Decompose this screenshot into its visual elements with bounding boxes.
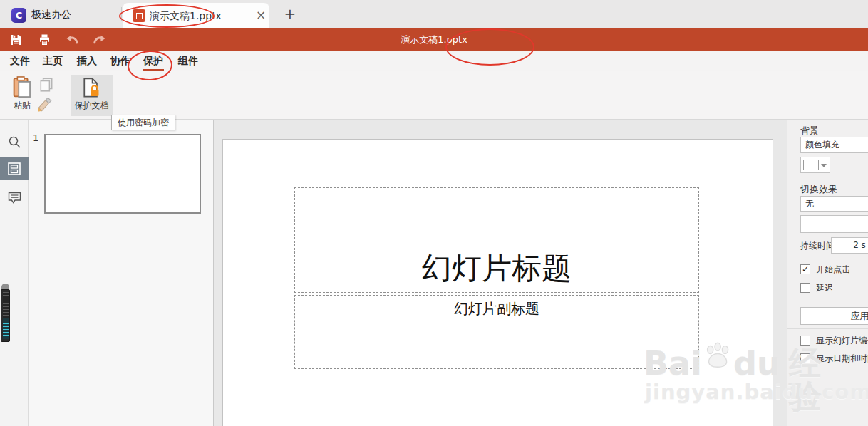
app-window: C 极速办公 演示文稿1.pptx × + 演示文稿1.pptx [0,0,868,426]
panel-divider [787,328,868,329]
slide-title-text: 幻灯片标题 [295,249,698,289]
properties-panel: 背景 颜色填充 切换效果 无 持续时间 2 s ✓ 开始点击 延迟 应用到 显示… [787,120,868,426]
transition-select[interactable]: 无 [800,196,868,212]
paste-button[interactable]: 粘贴 [9,75,36,116]
ribbon: 粘贴 保护文档 [0,71,868,120]
slide-number: 1 [33,133,38,143]
protect-document-icon [83,78,100,98]
annotation-ellipse-tab [119,4,215,28]
slides-panel-button[interactable] [0,157,29,180]
format-painter-icon[interactable] [36,97,53,113]
color-swatch [803,160,819,170]
start-on-click-checkbox[interactable]: ✓ [800,264,810,274]
show-slide-number-checkbox[interactable] [800,336,810,346]
quick-access-toolbar: 演示文稿1.pptx [0,28,868,51]
menu-file[interactable]: 文件 [9,51,31,71]
tab-close-icon[interactable]: × [252,3,269,28]
show-slide-number-row: 显示幻灯片编号 [800,335,868,346]
copy-icon[interactable] [38,77,54,93]
protect-document-label: 保护文档 [75,100,109,112]
redo-icon[interactable] [93,34,105,46]
slide-thumbnail[interactable] [44,134,201,214]
show-slide-number-label: 显示幻灯片编号 [816,335,868,347]
transition-label: 切换效果 [800,183,837,196]
protect-document-button[interactable]: 保护文档 [71,75,113,116]
password-encrypt-tooltip: 使用密码加密 [111,115,175,130]
menu-insert[interactable]: 插入 [76,51,98,71]
delay-row: 延迟 [800,282,833,293]
paste-label: 粘贴 [14,100,31,112]
show-datetime-checkbox[interactable] [800,353,810,363]
print-icon[interactable] [38,34,51,46]
background-label: 背景 [800,125,819,137]
delay-checkbox[interactable] [800,283,810,293]
screen-recorder-gadget[interactable] [1,284,10,342]
start-on-click-label: 开始点击 [816,264,850,276]
comments-button[interactable] [0,186,29,209]
menu-home[interactable]: 主页 [42,51,63,71]
app-name: 极速办公 [31,0,71,28]
slide-thumbnail-panel: 1 [29,120,214,426]
apply-button[interactable]: 应用到 [800,307,868,325]
slide-canvas: 幻灯片标题 幻灯片副标题 [214,120,787,426]
subtitle-placeholder[interactable]: 幻灯片副标题 [294,295,699,369]
delay-label: 延迟 [816,282,833,294]
undo-icon[interactable] [66,34,78,46]
duration-input[interactable]: 2 s [831,237,868,254]
comment-icon [8,192,21,204]
duration-label: 持续时间 [800,240,835,252]
menu-components[interactable]: 组件 [177,51,199,71]
app-logo-icon[interactable]: C [11,8,26,23]
fill-type-select[interactable]: 颜色填充 [800,137,868,153]
slide-page[interactable]: 幻灯片标题 幻灯片副标题 [222,139,773,426]
document-title: 演示文稿1.pptx [0,28,868,51]
search-button[interactable] [0,130,29,154]
slides-icon [8,162,21,175]
show-datetime-row: 显示日期和时间 [800,353,868,364]
annotation-ellipse-doc-title [445,28,534,66]
color-picker-dropdown[interactable] [800,157,830,173]
slide-subtitle-text: 幻灯片副标题 [295,299,698,318]
clipboard-icon [13,76,31,98]
title-placeholder[interactable]: 幻灯片标题 [294,187,699,293]
show-datetime-label: 显示日期和时间 [816,353,868,365]
ribbon-divider [63,78,63,113]
new-tab-button[interactable]: + [281,0,299,28]
transition-option-box[interactable] [800,215,868,233]
panel-divider [787,177,868,177]
start-on-click-row: ✓ 开始点击 [800,264,850,275]
chevron-down-icon [821,164,827,167]
save-icon[interactable] [10,34,22,46]
search-icon [8,135,21,149]
left-sidebar [0,120,29,426]
